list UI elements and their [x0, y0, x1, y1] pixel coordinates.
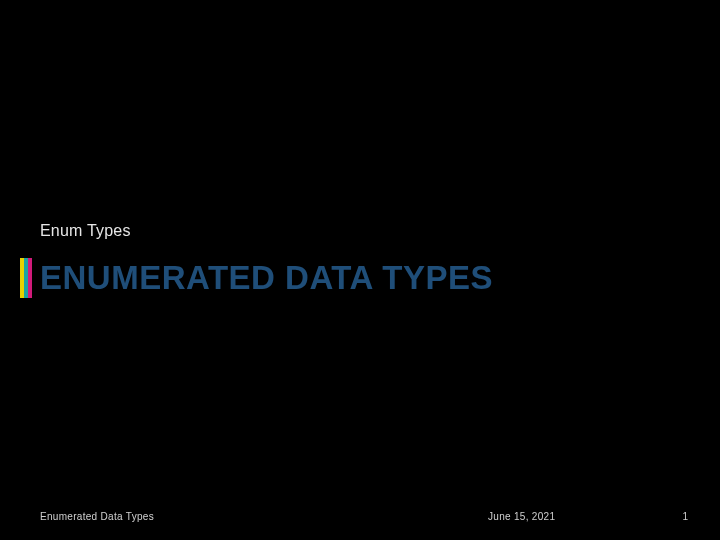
slide-subtitle: Enum Types	[40, 222, 131, 240]
slide: Enum Types ENUMERATED DATA TYPES Enumera…	[0, 0, 720, 540]
accent-bars	[20, 258, 32, 298]
footer-title: Enumerated Data Types	[40, 511, 154, 522]
slide-title: ENUMERATED DATA TYPES	[40, 258, 493, 298]
accent-bar-icon	[28, 258, 32, 298]
footer-page-number: 1	[682, 511, 688, 522]
footer-date: June 15, 2021	[488, 511, 555, 522]
title-row: ENUMERATED DATA TYPES	[20, 258, 493, 298]
slide-footer: Enumerated Data Types June 15, 2021 1	[0, 504, 720, 522]
